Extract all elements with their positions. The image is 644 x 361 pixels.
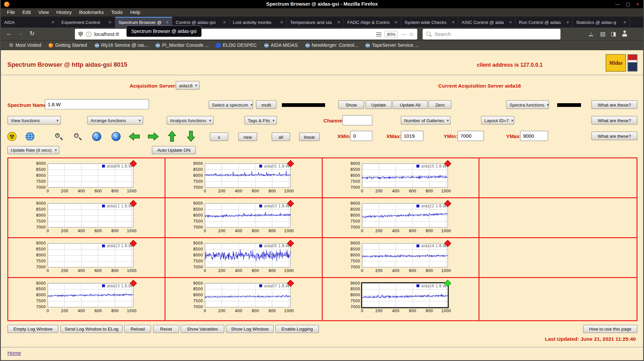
spectrum-chart-aida05-1-8-w[interactable]: 9000850080007500700002004006008001000aid… (165, 238, 301, 277)
menu-tools[interactable]: Tools (107, 8, 126, 17)
multi-button[interactable]: multi (256, 100, 277, 109)
blue-up-arrow-icon[interactable]: ↑ (111, 132, 120, 141)
enable-logging-button[interactable]: Enable Logging (275, 325, 319, 333)
grid-cell-r4c3[interactable]: 9000850080007500700002004006008001000aid… (322, 278, 480, 321)
bookmark-elog-despec[interactable]: ELOG DESPEC (213, 43, 260, 48)
what-are-these-button-3[interactable]: What are these? (591, 132, 637, 140)
zoom-in-icon[interactable]: + (54, 132, 63, 141)
menu-edit[interactable]: Edit (19, 8, 34, 17)
menu-bookmarks[interactable]: Bookmarks (75, 8, 107, 17)
site-info-icon[interactable]: i (86, 32, 91, 37)
tab-close-icon[interactable]: × (109, 19, 112, 25)
ymax-input[interactable] (520, 131, 548, 141)
grid-cell-r1c3[interactable]: 9000850080007500700002004006008001000aid… (322, 158, 480, 198)
tab-close-icon[interactable]: × (51, 19, 54, 25)
grid-cell-r3c1[interactable]: 9000850080007500700002004006008001000aid… (8, 238, 165, 278)
tab-statistics-aidas-g[interactable]: Statistics @ aidas-g× (573, 17, 630, 28)
page-actions-icon[interactable]: ⋯ (401, 31, 406, 37)
spectrum-chart-aida09-1-8-w[interactable]: 9000850080007500700002004006008001000aid… (8, 158, 144, 198)
acquisition-server-select[interactable]: aida16 ▾ (176, 81, 200, 90)
new-button[interactable]: new (238, 132, 257, 141)
tab-close-icon[interactable]: × (338, 19, 341, 25)
close-button[interactable]: × (636, 0, 639, 8)
bookmark-pi-monitor-console[interactable]: Pi_Monitor Console ... (152, 43, 212, 48)
grid-cell-r1c1[interactable]: 9000850080007500700002004006008001000aid… (8, 158, 165, 198)
zoom-level-badge[interactable]: 80% (384, 31, 398, 37)
globe-icon[interactable] (26, 132, 34, 141)
layout-id-dropdown[interactable]: Layout ID=7 ▾ (481, 116, 515, 124)
zoom-out-icon[interactable]: − (73, 132, 82, 141)
tab-close-icon[interactable]: × (395, 19, 398, 25)
spectrum-chart-aida14-1-8-w[interactable]: 9000850080007500700002004006008001000aid… (322, 238, 458, 277)
bookmark-aida-midas[interactable]: AIDA MIDAS (261, 43, 301, 48)
menu-history[interactable]: History (53, 8, 76, 17)
tab-close-icon[interactable]: × (509, 19, 512, 25)
tab-close-icon[interactable]: × (166, 19, 169, 25)
reader-mode-icon[interactable] (376, 32, 382, 36)
minimize-button[interactable]: — (615, 0, 620, 8)
tab-close-icon[interactable]: × (566, 19, 569, 25)
what-are-these-button-2[interactable]: What are these? (591, 116, 637, 124)
grid-cell-r2c2[interactable]: 9000850080007500700002004006008001000aid… (165, 198, 323, 238)
spectrum-chart-aida12-1-8-w[interactable]: 9000850080007500700002004006008001000aid… (322, 198, 458, 238)
spectrum-name-input[interactable] (45, 99, 149, 109)
spectra-functions-dropdown[interactable]: Spectra functions ▾ (506, 100, 549, 109)
grid-cell-r3c3[interactable]: 9000850080007500700002004006008001000aid… (322, 238, 480, 278)
empty-log-window-button[interactable]: Empty Log Window (7, 325, 58, 333)
spectrum-chart-aida01-1-8-w[interactable]: 9000850080007500700002004006008001000aid… (165, 158, 301, 198)
tab-temperature-and-sta[interactable]: Temperature and sta× (287, 17, 344, 28)
all-button[interactable]: all (272, 132, 290, 141)
how-to-use-button[interactable]: How to use this page (583, 325, 637, 333)
tab-aida[interactable]: AIDA× (1, 17, 58, 28)
channel-input[interactable] (342, 115, 372, 125)
ymin-input[interactable] (458, 131, 484, 141)
tags-fits-dropdown[interactable]: Tags & Fits ▾ (244, 116, 277, 124)
tab-system-wide-checks[interactable]: System wide Checks× (401, 17, 458, 28)
tab-fadc-align-contro[interactable]: FADC Align & Contro× (344, 17, 401, 28)
update-rate-dropdown[interactable]: Update Rate (8 secs) ▾ (7, 146, 59, 154)
spectrum-chart-aida13-1-8-w[interactable]: 9000850080007500700002004006008001000aid… (8, 238, 144, 277)
maximize-button[interactable]: ▢ (626, 0, 630, 8)
grid-cell-r4c1[interactable]: 9000850080007500700002004006008001000aid… (8, 278, 165, 321)
spectrum-chart-aida07-1-8-w[interactable]: 9000850080007500700002004006008001000aid… (165, 278, 301, 318)
blue-down-arrow-icon[interactable]: ↓ (92, 132, 101, 141)
tab-close-icon[interactable]: × (623, 19, 626, 25)
show-variables-button[interactable]: Show Variables (181, 325, 225, 333)
reset-button[interactable]: Reset (153, 325, 179, 333)
tab-asic-control-aida[interactable]: ASIC Control @ aida× (458, 17, 515, 28)
bookmark-rly16-service-ras[interactable]: Rly16 Service @ ras... (91, 43, 152, 48)
menu-view[interactable]: View (34, 8, 52, 17)
grid-cell-r2c3[interactable]: 9000850080007500700002004006008001000aid… (322, 198, 480, 238)
xmax-input[interactable] (401, 131, 423, 141)
grid-cell-r3c2[interactable]: 9000850080007500700002004006008001000aid… (165, 238, 323, 278)
download-icon[interactable]: ↓ (588, 31, 594, 36)
auto-update-button[interactable]: Auto Update ON (152, 146, 196, 154)
tab-close-icon[interactable]: × (452, 19, 455, 25)
menu-help[interactable]: Help (126, 8, 144, 17)
xmin-input[interactable] (350, 131, 372, 141)
shift-up-arrow-icon[interactable] (168, 131, 176, 142)
shift-right-arrow-icon[interactable] (148, 132, 159, 141)
grid-cell-r2c1[interactable]: 9000850080007500700002004006008001000aid… (8, 198, 165, 238)
menu-file[interactable]: File (3, 8, 19, 17)
x-axis-button[interactable]: x (210, 132, 228, 141)
home-link[interactable]: Home (7, 350, 21, 356)
bookmark-star-icon[interactable]: ☆ (409, 31, 414, 37)
analysis-functions-dropdown[interactable]: Analysis functions ▾ (167, 116, 214, 124)
bookmark-getting-started[interactable]: Getting Started (45, 43, 91, 48)
spectrum-chart-aida11-1-8-w[interactable]: 9000850080007500700002004006008001000aid… (8, 198, 144, 238)
tab-close-icon[interactable]: × (223, 19, 226, 25)
bookmark-tapeserver-service[interactable]: TapeServer Service ... (362, 43, 422, 48)
tab-run-control-aidas[interactable]: Run Control @ aidas× (516, 17, 573, 28)
bookmark-most-visited[interactable]: ⚙Most Visited (6, 42, 44, 48)
show-log-window-button[interactable]: Show Log Window (226, 325, 274, 333)
tab-close-icon[interactable]: × (280, 19, 283, 25)
arrange-functions-dropdown[interactable]: Arrange functions ▾ (87, 116, 143, 124)
update-button[interactable]: Update (365, 100, 392, 109)
grid-cell-r4c2[interactable]: 9000850080007500700002004006008001000aid… (165, 278, 323, 321)
reload-button[interactable]: ↻ (27, 30, 37, 37)
what-are-these-button-1[interactable]: What are these? (591, 100, 637, 109)
linear-button[interactable]: linear (299, 132, 320, 141)
grid-cell-r1c2[interactable]: 9000850080007500700002004006008001000aid… (165, 158, 323, 198)
spectrum-chart-aida15-1-8-w[interactable]: 9000850080007500700002004006008001000aid… (8, 278, 144, 318)
